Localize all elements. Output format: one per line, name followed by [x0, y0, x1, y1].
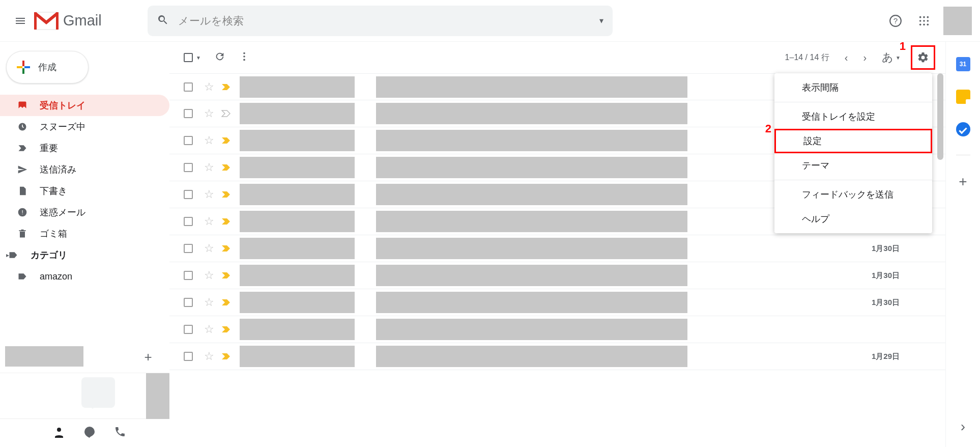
sender-cell [240, 157, 355, 178]
star-icon[interactable]: ☆ [204, 269, 214, 282]
input-language-button[interactable]: あ ▼ [882, 50, 901, 65]
importance-marker-icon[interactable] [221, 218, 233, 225]
settings-menu-item[interactable]: 設定 [774, 129, 932, 153]
search-bar[interactable]: メールを検索 ▾ [148, 6, 613, 36]
mail-row[interactable]: ☆1月30日 [169, 289, 945, 316]
date-cell: 1月30日 [872, 298, 900, 308]
prev-page-button[interactable]: ‹ [845, 52, 848, 64]
next-page-button[interactable]: › [863, 52, 867, 64]
settings-menu-item[interactable]: 受信トレイを設定 [774, 104, 932, 129]
sender-cell [240, 238, 355, 259]
side-panel-collapse-button[interactable]: › [961, 418, 965, 435]
importance-marker-icon[interactable] [221, 137, 233, 144]
star-icon[interactable]: ☆ [204, 161, 214, 174]
gmail-logo[interactable]: Gmail [34, 11, 102, 31]
sidebar-item-2[interactable]: 重要 [0, 137, 169, 159]
account-avatar[interactable] [943, 7, 972, 35]
sidebar-item-7[interactable]: ▸カテゴリ [0, 244, 169, 266]
subject-cell [376, 130, 687, 151]
star-icon[interactable]: ☆ [204, 134, 214, 147]
main-menu-button[interactable] [8, 9, 33, 33]
mail-row[interactable]: ☆ [169, 316, 945, 343]
row-checkbox[interactable] [184, 244, 193, 253]
star-icon[interactable]: ☆ [204, 80, 214, 94]
search-options-dropdown-icon[interactable]: ▾ [599, 16, 603, 25]
row-checkbox[interactable] [184, 217, 193, 226]
row-checkbox[interactable] [184, 271, 193, 280]
tasks-addon-icon[interactable] [956, 122, 970, 136]
svg-rect-13 [22, 61, 24, 66]
scrollbar[interactable] [935, 73, 945, 379]
row-checkbox[interactable] [184, 298, 193, 307]
sidebar-item-0[interactable]: 受信トレイ [0, 95, 169, 116]
importance-marker-icon[interactable] [221, 299, 233, 306]
get-addons-button[interactable]: + [959, 174, 967, 190]
importance-marker-icon[interactable] [221, 353, 233, 360]
importance-marker-icon[interactable] [221, 83, 233, 91]
sidebar-item-3[interactable]: 送信済み [0, 159, 169, 180]
select-all-checkbox[interactable]: ▼ [184, 53, 201, 62]
sender-cell [240, 103, 355, 124]
compose-button[interactable]: 作成 [6, 51, 89, 83]
star-icon[interactable]: ☆ [204, 350, 214, 363]
phone-tab-icon[interactable] [114, 426, 126, 441]
mail-row[interactable]: ☆1月30日 [169, 235, 945, 262]
hangouts-user-box[interactable] [5, 346, 83, 367]
row-checkbox[interactable] [184, 136, 193, 145]
star-icon[interactable]: ☆ [204, 215, 214, 228]
svg-text:!: ! [21, 209, 23, 215]
svg-rect-14 [22, 68, 24, 74]
importance-marker-icon[interactable] [221, 326, 233, 333]
gmail-logo-text: Gmail [63, 12, 102, 29]
row-checkbox[interactable] [184, 190, 193, 199]
support-button[interactable]: ? [883, 9, 908, 33]
svg-point-12 [927, 23, 929, 25]
subject-cell [376, 265, 687, 286]
sidebar-item-label: 重要 [40, 142, 58, 154]
clock-icon [16, 121, 28, 133]
hangouts-side-strip [146, 373, 169, 419]
hangouts-new-button[interactable]: + [141, 349, 155, 364]
calendar-addon-icon[interactable]: 31 [956, 57, 970, 71]
importance-marker-icon[interactable] [221, 164, 233, 171]
keep-addon-icon[interactable] [956, 90, 970, 104]
app-grid-button[interactable] [912, 9, 936, 33]
row-checkbox[interactable] [184, 163, 193, 172]
importance-marker-icon[interactable] [221, 110, 233, 117]
sidebar-item-5[interactable]: !迷惑メール [0, 202, 169, 223]
settings-menu-item[interactable]: フィードバックを送信 [774, 182, 932, 207]
sidebar-item-6[interactable]: ゴミ箱 [0, 223, 169, 244]
importance-marker-icon[interactable] [221, 272, 233, 279]
star-icon[interactable]: ☆ [204, 107, 214, 120]
star-icon[interactable]: ☆ [204, 242, 214, 255]
settings-menu-item[interactable]: 表示間隔 [774, 75, 932, 100]
more-button[interactable] [239, 51, 250, 64]
hangouts-tab-icon[interactable] [83, 426, 96, 441]
draft-icon [16, 185, 28, 197]
importance-marker-icon[interactable] [221, 245, 233, 252]
row-checkbox[interactable] [184, 352, 193, 361]
star-icon[interactable]: ☆ [204, 188, 214, 201]
importance-marker-icon[interactable] [221, 191, 233, 198]
settings-menu-item[interactable]: ヘルプ [774, 207, 932, 231]
mail-row[interactable]: ☆1月29日 [169, 343, 945, 370]
contacts-tab-icon[interactable] [53, 426, 65, 441]
row-checkbox[interactable] [184, 82, 193, 92]
settings-menu-item[interactable]: テーマ [774, 153, 932, 178]
settings-gear-button[interactable] [911, 45, 935, 70]
sidebar-item-8[interactable]: amazon [0, 266, 169, 287]
nav-list: 受信トレイスヌーズ中重要送信済み下書き!迷惑メールゴミ箱▸カテゴリamazon [0, 95, 169, 287]
sidebar-item-1[interactable]: スヌーズ中 [0, 116, 169, 137]
sidebar-item-4[interactable]: 下書き [0, 180, 169, 202]
sidebar-item-label: 送信済み [40, 163, 76, 176]
star-icon[interactable]: ☆ [204, 323, 214, 336]
row-checkbox[interactable] [184, 325, 193, 334]
star-icon[interactable]: ☆ [204, 296, 214, 309]
compose-plus-icon [16, 60, 31, 75]
refresh-button[interactable] [214, 51, 225, 64]
chevron-down-icon[interactable]: ▼ [196, 55, 201, 61]
svg-point-23 [243, 59, 245, 61]
row-checkbox[interactable] [184, 109, 193, 118]
send-icon [16, 163, 28, 176]
mail-row[interactable]: ☆1月30日 [169, 262, 945, 289]
